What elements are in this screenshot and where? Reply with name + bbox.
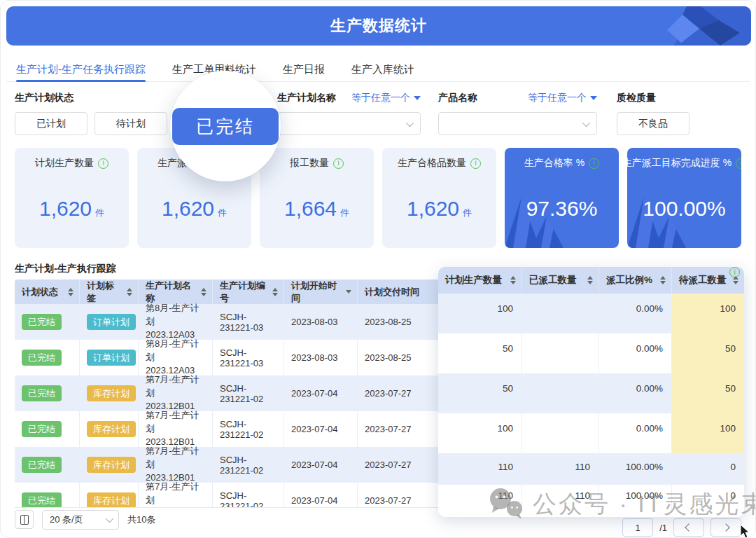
next-page-button[interactable] — [710, 518, 741, 537]
header-decor-polygons — [646, 6, 751, 46]
sort-icon[interactable] — [201, 288, 206, 296]
column-settings-button[interactable] — [15, 510, 34, 529]
sort-icon[interactable] — [660, 276, 666, 284]
col-header-plan-status[interactable]: 计划状态 — [15, 280, 80, 304]
plan-code-cell: SCJH-231221-03 — [213, 340, 284, 375]
col-label: 计划状态 — [22, 286, 58, 298]
info-icon[interactable]: i — [98, 158, 108, 169]
col-label: 计划标签 — [87, 280, 122, 305]
operator-label: 等于任意一个 — [528, 92, 587, 104]
kpi-unit: 件 — [95, 207, 104, 219]
quality-option-defective[interactable]: 不良品 — [617, 112, 690, 135]
kpi-unit: 件 — [463, 207, 472, 219]
operator-label: 等于任意一个 — [351, 92, 410, 104]
columns-icon — [20, 515, 29, 525]
col-header-dispatch-ratio[interactable]: 派工比例% — [599, 267, 672, 294]
status-badge: 已完结 — [22, 492, 62, 507]
kpi-value: 1,664 — [284, 197, 337, 221]
plan-code-cell: SCJH-231221-03 — [213, 304, 284, 340]
dispatch-ratio-cell: 100.00% — [599, 485, 672, 513]
status-option-pending[interactable]: 待计划 — [94, 112, 167, 135]
panel-row[interactable]: 50 0.00% 50 — [438, 333, 744, 373]
status-option-completed-selected[interactable]: 已完结 — [172, 108, 279, 145]
col-header-plan-code[interactable]: 生产计划编号 — [213, 280, 284, 304]
product-name-label: 产品名称 — [438, 92, 477, 104]
quality-label: 质检质量 — [617, 92, 701, 104]
sort-icon[interactable] — [510, 276, 516, 284]
kpi-pass-rate: 生产合格率 %i 97.36% — [505, 148, 619, 248]
plan-name-cell: 第7月-生产计划2023.12B01 — [146, 445, 206, 485]
col-label: 派工比例% — [606, 274, 652, 287]
product-name-select[interactable] — [438, 112, 597, 135]
tab-daily-report[interactable]: 生产日报 — [283, 58, 325, 81]
kpi-label: 生产派工目标完成进度 % — [627, 157, 732, 170]
col-header-start-date[interactable]: 计划开始时间 — [284, 280, 358, 304]
pending-qty-cell: 100 — [672, 413, 744, 453]
pending-qty-cell: 0 — [672, 485, 744, 513]
pending-qty-cell: 0 — [672, 453, 744, 485]
panel-row[interactable]: 100 0.00% 100 — [438, 294, 744, 333]
planned-qty-cell: 110 — [438, 453, 522, 485]
tab-warehouse-stats[interactable]: 生产入库统计 — [351, 58, 414, 81]
plan-code-cell: SCJH-231221-02 — [213, 411, 284, 447]
status-option-planned[interactable]: 已计划 — [15, 112, 88, 135]
app-window: 生产数据统计 生产计划-生产任务执行跟踪 生产工单用料统计 生产日报 生产入库统… — [0, 0, 756, 538]
planned-qty-cell: 100 — [438, 294, 522, 333]
kpi-unit: 件 — [340, 207, 349, 219]
panel-row[interactable]: 50 0.00% 50 — [438, 373, 744, 413]
sort-icon[interactable] — [587, 276, 593, 284]
planned-qty-cell: 100 — [438, 413, 522, 453]
col-header-plan-name[interactable]: 生产计划名称 — [139, 280, 213, 304]
sort-desc-icon[interactable] — [346, 290, 351, 294]
page-number-input[interactable]: 1 — [622, 518, 653, 537]
dispatched-qty-cell — [522, 294, 599, 333]
panel-header-row: 计划生产数量 已派工数量 派工比例% 待派工数量 — [438, 267, 744, 294]
section-title: 生产计划-生产执行跟踪 — [15, 263, 116, 275]
panel-row[interactable]: 110 110 100.00% 0 — [438, 453, 744, 485]
sort-icon[interactable] — [127, 288, 132, 296]
plan-name-label: 生产计划名称 — [277, 92, 336, 104]
sort-icon[interactable] — [272, 288, 278, 296]
tab-production-plan-tracking[interactable]: 生产计划-生产任务执行跟踪 — [16, 58, 146, 81]
tab-bar: 生产计划-生产任务执行跟踪 生产工单用料统计 生产日报 生产入库统计 — [6, 58, 750, 82]
plan-name-select[interactable] — [277, 112, 421, 135]
dispatch-ratio-cell: 100.00% — [599, 453, 672, 485]
info-icon[interactable]: i — [333, 158, 344, 169]
kpi-reported-qty: 报工数量i 1,664件 — [260, 148, 374, 248]
col-header-dispatched-qty[interactable]: 已派工数量 — [522, 267, 599, 294]
panel-row[interactable]: 100 0.00% 100 — [438, 413, 744, 453]
total-count: 共10条 — [127, 513, 155, 526]
dispatched-qty-cell — [522, 333, 599, 373]
status-badge: 已完结 — [22, 421, 62, 437]
pending-qty-cell: 100 — [672, 294, 744, 333]
section-info-icon[interactable]: i — [729, 267, 740, 277]
info-icon[interactable]: i — [736, 158, 741, 169]
kpi-value: 1,620 — [407, 197, 459, 221]
col-header-plan-tag[interactable]: 计划标签 — [80, 280, 139, 304]
panel-row[interactable]: 110 110 100.00% 0 — [438, 485, 744, 513]
chevron-down-icon — [582, 118, 590, 126]
col-label: 待派工数量 — [679, 274, 727, 287]
col-label: 已派工数量 — [529, 274, 577, 287]
plan-code-cell: SCJH-231221-02 — [213, 447, 284, 483]
dispatch-detail-panel: 计划生产数量 已派工数量 派工比例% 待派工数量 100 0.00% 100 5… — [438, 267, 744, 517]
chevron-left-icon — [685, 523, 692, 531]
page-header: 生产数据统计 — [6, 6, 751, 46]
product-name-operator[interactable]: 等于任意一个 — [528, 92, 597, 104]
status-badge: 已完结 — [22, 350, 62, 366]
start-date-cell: 2023-07-04 — [284, 483, 358, 507]
info-icon[interactable]: i — [470, 158, 481, 169]
dispatch-ratio-cell: 0.00% — [599, 373, 672, 413]
planned-qty-cell: 110 — [438, 485, 522, 513]
kpi-cards: 计划生产数量i 1,620件 生产派工数量i 1,620件 报工数量i 1,66… — [15, 148, 741, 248]
info-icon[interactable]: i — [589, 158, 599, 169]
prev-page-button[interactable] — [673, 518, 704, 537]
plan-name-operator[interactable]: 等于任意一个 — [351, 92, 421, 104]
dispatched-qty-cell — [522, 373, 599, 413]
page-size-select[interactable]: 20 条/页 — [42, 510, 119, 530]
sort-icon[interactable] — [68, 288, 74, 296]
col-label: 计划交付时间 — [365, 286, 419, 298]
page-title: 生产数据统计 — [330, 15, 427, 36]
col-header-planned-qty[interactable]: 计划生产数量 — [438, 267, 522, 294]
kpi-value: 1,620 — [39, 197, 92, 221]
